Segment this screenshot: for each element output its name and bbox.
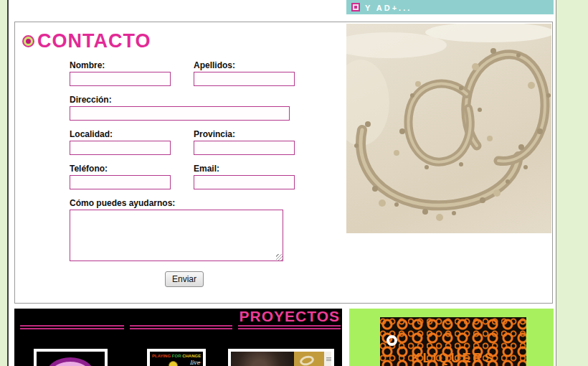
purple-circle-logo	[47, 357, 94, 366]
contact-section: CONTACTO Nombre: Apellidos: Dirección: L…	[14, 22, 553, 304]
page-right-margin	[556, 0, 588, 366]
kliquers-title: KLIQUERS	[380, 351, 526, 366]
at-symbol-drawing	[346, 24, 551, 233]
page-left-margin	[0, 0, 7, 366]
playing-for-change-title: PLAYING FOR CHANGE	[152, 354, 201, 358]
at-symbol-sand-photo	[346, 24, 551, 233]
gold-box	[294, 352, 324, 366]
textarea-resize-grip[interactable]	[276, 254, 283, 261]
page-left-border	[7, 0, 9, 366]
top-nav-label[interactable]: Y AD+...	[365, 3, 412, 12]
project-thumb-logo[interactable]	[34, 349, 108, 366]
telefono-label: Teléfono:	[70, 164, 108, 174]
project-thumb-playing-for-change[interactable]: PLAYING FOR CHANGE live	[147, 349, 206, 366]
section-title-row: CONTACTO	[22, 32, 151, 51]
projects-panel: PROYECTOS PLAYING FOR CHANGE live	[14, 309, 342, 366]
live-script-text: live	[190, 360, 200, 366]
project-thumb-photo[interactable]	[228, 349, 334, 366]
white-ring-icon	[387, 335, 397, 346]
telefono-input[interactable]	[70, 175, 171, 189]
ayuda-label: Cómo puedes ayudarnos:	[70, 198, 175, 208]
ayuda-textarea[interactable]	[70, 210, 283, 261]
localidad-input[interactable]	[70, 141, 171, 155]
direccion-input[interactable]	[70, 106, 290, 121]
enviar-button[interactable]: Enviar	[165, 271, 204, 287]
nombre-label: Nombre:	[70, 60, 105, 70]
email-label: Email:	[194, 164, 219, 174]
pink-divider	[238, 325, 341, 329]
ring-logo-icon	[299, 355, 316, 366]
pink-divider	[20, 325, 124, 329]
localidad-label: Localidad:	[70, 129, 113, 139]
top-nav-bar[interactable]: Y AD+...	[346, 0, 554, 14]
direccion-label: Dirección:	[70, 95, 112, 105]
provincia-input[interactable]	[194, 141, 295, 155]
box-side-panel	[324, 352, 331, 366]
apellidos-label: Apellidos:	[194, 60, 235, 70]
pink-divider	[130, 325, 232, 329]
page-title: CONTACTO	[37, 32, 151, 51]
target-bullet-icon	[22, 35, 34, 47]
apellidos-input[interactable]	[194, 72, 295, 86]
kliquers-banner[interactable]: KLIQUERS	[380, 317, 526, 366]
nombre-input[interactable]	[70, 72, 171, 86]
peace-sign-icon	[169, 361, 178, 366]
square-bullet-icon	[351, 3, 360, 11]
provincia-label: Provincia:	[194, 129, 235, 139]
email-input[interactable]	[194, 175, 295, 189]
kliquers-panel: KLIQUERS	[349, 309, 554, 366]
portrait-photo	[231, 352, 294, 366]
projects-title: PROYECTOS	[240, 309, 340, 325]
